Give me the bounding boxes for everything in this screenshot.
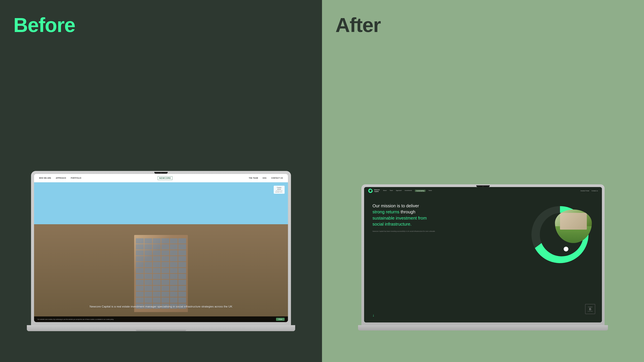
after-logo: Newcore Capital: [368, 188, 380, 193]
before-cookie-close-button[interactable]: Close: [276, 318, 284, 321]
laptop-before-base: [27, 325, 295, 331]
building-facade: [134, 235, 188, 312]
laptop-after-camera: [482, 186, 484, 187]
after-photo-inset: [555, 210, 592, 243]
laptop-camera: [160, 172, 162, 174]
laptop-after-base: [358, 325, 608, 331]
after-hero-title-highlight1: strong returns: [372, 209, 399, 214]
laptop-after-body: Newcore Capital About Team Approach Inve…: [362, 184, 604, 325]
before-cookie-text: Our website uses cookies. By continuing …: [38, 319, 114, 320]
before-nav-item-5[interactable]: ESG: [263, 177, 267, 179]
before-hero: Property Awards Property Fund Manager of…: [34, 182, 288, 322]
laptop-before: WHO WE ARE APPROACH PORTFOLIO NEWCORE TH…: [31, 171, 291, 335]
after-down-arrow: ↓: [372, 313, 594, 318]
bcorp-corporation: Corporation: [588, 311, 593, 312]
panel-after: After: [322, 0, 644, 362]
after-logo-icon: [368, 188, 373, 193]
before-cookie-banner: Our website uses cookies. By continuing …: [34, 317, 288, 322]
before-nav-item-3[interactable]: PORTFOLIO: [71, 177, 81, 179]
after-nav-left: Newcore Capital About Team Approach Inve…: [368, 188, 432, 193]
before-nav-item-6[interactable]: CONTACT US: [271, 177, 283, 179]
laptop-after: Newcore Capital About Team Approach Inve…: [362, 184, 604, 335]
after-hero-title-mid: through: [401, 209, 416, 214]
after-nav-approach[interactable]: Approach: [396, 190, 402, 192]
bcorp-badge: Certified B Corporation: [585, 304, 595, 314]
before-nav-logo: NEWCORE: [158, 176, 172, 180]
svg-point-1: [369, 190, 372, 192]
building-windows: [136, 238, 186, 309]
after-nav-investor-portal[interactable]: Investor Portal: [580, 190, 589, 192]
bcorp-b: B: [589, 308, 591, 311]
after-nav-sustainability[interactable]: Sustainability: [415, 190, 426, 192]
panel-before: Before WHO WE ARE APPROACH PORTFOLIO NEW…: [0, 0, 322, 362]
before-nav: WHO WE ARE APPROACH PORTFOLIO NEWCORE TH…: [34, 174, 288, 182]
before-label: Before: [14, 13, 75, 36]
after-hero-title-prefix: Our mission is to deliver: [372, 203, 419, 208]
before-nav-item-4[interactable]: THE TEAM: [249, 177, 258, 179]
before-hero-text: Newcore Capital is a real estate investm…: [34, 305, 288, 309]
before-hero-headline: Newcore Capital is a real estate investm…: [44, 305, 278, 309]
before-nav-left: WHO WE ARE APPROACH PORTFOLIO: [39, 177, 81, 179]
after-label: After: [336, 13, 381, 36]
after-nav-team[interactable]: Team: [390, 190, 393, 192]
laptop-before-container: WHO WE ARE APPROACH PORTFOLIO NEWCORE TH…: [31, 171, 291, 335]
after-nav-news[interactable]: News: [428, 190, 432, 192]
after-nav-about[interactable]: About: [383, 190, 386, 192]
before-award-badge: Property Awards Property Fund Manager of…: [274, 186, 284, 194]
after-logo-text: Newcore Capital: [374, 189, 380, 192]
after-hero-subtitle: Newcore Capital has been investing succe…: [372, 230, 436, 233]
before-nav-item-1[interactable]: WHO WE ARE: [39, 177, 51, 179]
before-nav-right: THE TEAM ESG CONTACT US: [249, 177, 283, 179]
after-hero-title-suffix: social infrastructure.: [372, 222, 412, 227]
after-nav: Newcore Capital About Team Approach Inve…: [364, 187, 602, 194]
after-hero-title-highlight2: sustainable investment from: [372, 216, 427, 221]
after-white-dot: [564, 247, 568, 251]
laptop-before-body: WHO WE ARE APPROACH PORTFOLIO NEWCORE TH…: [31, 171, 291, 325]
before-building: [128, 228, 194, 312]
after-hero-title: Our mission is to deliver strong returns…: [372, 203, 456, 227]
after-circle-graphic: [525, 199, 595, 270]
after-nav-investments[interactable]: Investments: [405, 190, 412, 192]
after-hero: Our mission is to deliver strong returns…: [364, 194, 602, 323]
laptop-after-container: Newcore Capital About Team Approach Inve…: [362, 184, 604, 335]
after-nav-items: About Team Approach Investments Sustaina…: [383, 190, 432, 192]
laptop-after-screen: Newcore Capital About Team Approach Inve…: [364, 187, 602, 323]
before-nav-item-2[interactable]: APPROACH: [56, 177, 66, 179]
after-nav-right: Investor Portal Contact us: [580, 190, 598, 192]
after-nav-contact[interactable]: Contact us: [592, 190, 598, 192]
laptop-before-screen: WHO WE ARE APPROACH PORTFOLIO NEWCORE TH…: [34, 174, 288, 322]
